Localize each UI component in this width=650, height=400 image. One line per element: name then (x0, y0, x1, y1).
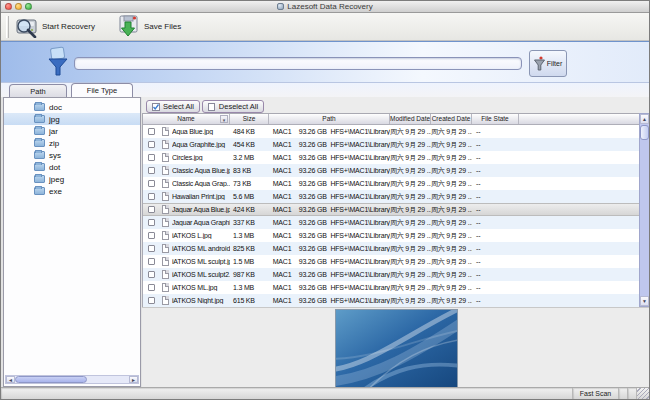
preview-image (335, 309, 458, 389)
filter-input[interactable] (74, 57, 522, 70)
file-icon (162, 179, 169, 188)
file-type-label: doc (49, 103, 62, 112)
file-modified-date: 周六 9月 29 ... (390, 218, 431, 228)
row-checkbox[interactable] (148, 232, 155, 239)
file-modified-date: 周六 9月 29 ... (390, 270, 431, 280)
file-name: Aqua Graphite.jpg (172, 141, 230, 148)
selection-actions: Select All Deselect All (146, 100, 264, 113)
file-type-item[interactable]: dot (4, 161, 140, 173)
row-checkbox[interactable] (148, 167, 155, 174)
minimize-button[interactable] (15, 3, 22, 10)
scan-mode-label: Fast Scan (573, 388, 619, 399)
row-checkbox[interactable] (148, 219, 155, 226)
row-checkbox[interactable] (148, 271, 155, 278)
row-checkbox[interactable] (148, 180, 155, 187)
resize-grip[interactable] (637, 388, 649, 399)
file-path: _MAC1__93.26 GB_HFS+\MAC1\Library\De... (269, 128, 390, 135)
table-row[interactable]: Classic Aqua Blue.jpg 83 KB _MAC1__93.26… (143, 164, 639, 177)
file-type-item[interactable]: jar (4, 125, 140, 137)
file-name: Classic Aqua Blue.jpg (172, 167, 230, 174)
deselect-all-button[interactable]: Deselect All (202, 100, 264, 113)
filter-button[interactable]: Filter (529, 50, 567, 77)
table-row[interactable]: Jaguar Aqua Graphi... 337 KB _MAC1__93.2… (143, 216, 639, 229)
row-checkbox[interactable] (148, 128, 155, 135)
tab-file-type[interactable]: File Type (71, 83, 133, 97)
scrollbar-thumb[interactable] (640, 125, 649, 140)
scroll-up-arrow-icon[interactable]: ▲ (640, 114, 649, 124)
file-state: -- (472, 167, 519, 174)
row-checkbox[interactable] (148, 193, 155, 200)
table-row[interactable]: iATKOS ML sculpt.jpg 1.5 MB _MAC1__93.26… (143, 255, 639, 268)
file-type-item[interactable]: jpg (4, 113, 140, 125)
row-checkbox[interactable] (148, 141, 155, 148)
tab-path[interactable]: Path (9, 84, 67, 97)
file-type-item[interactable]: jpeg (4, 173, 140, 185)
sidebar-horizontal-scrollbar[interactable]: ◄ ► (5, 375, 139, 384)
file-path: _MAC1__93.26 GB_HFS+\MAC1\Library\De... (269, 258, 390, 265)
scrollbar-thumb[interactable] (15, 376, 87, 383)
scrollbar-track[interactable] (640, 124, 649, 296)
column-header-name[interactable]: Name▾ (143, 114, 230, 124)
file-type-item[interactable]: zip (4, 137, 140, 149)
save-files-label: Save Files (144, 22, 181, 31)
row-checkbox[interactable] (148, 245, 155, 252)
column-header-created-date[interactable]: Created Date (431, 114, 472, 124)
app-icon (277, 3, 284, 10)
scroll-left-arrow-icon[interactable]: ◄ (6, 376, 15, 383)
file-path: _MAC1__93.26 GB_HFS+\MAC1\Library\De... (269, 245, 390, 252)
file-state: -- (472, 258, 519, 265)
file-modified-date: 周六 9月 29 ... (390, 140, 431, 150)
table-row[interactable]: iATKOS ML.jpg 1.3 MB _MAC1__93.26 GB_HFS… (143, 281, 639, 294)
row-checkbox[interactable] (148, 154, 155, 161)
table-row[interactable]: iATKOS Night.jpg 615 KB _MAC1__93.26 GB_… (143, 294, 639, 307)
scroll-down-arrow-icon[interactable]: ▼ (640, 296, 649, 306)
column-header-filler (519, 114, 639, 124)
sort-arrow-icon[interactable]: ▾ (220, 115, 228, 123)
file-type-item[interactable]: doc (4, 101, 140, 113)
column-header-file-state[interactable]: File State (472, 114, 519, 124)
file-name: iATKOS ML sculpt2... (172, 271, 230, 278)
start-recovery-button[interactable]: Start Recovery (13, 13, 101, 40)
status-bar: Fast Scan (1, 387, 649, 399)
row-checkbox[interactable] (148, 206, 155, 213)
table-row[interactable]: Aqua Blue.jpg 484 KB _MAC1__93.26 GB_HFS… (143, 125, 639, 138)
file-created-date: 周六 9月 29 ... (431, 257, 472, 267)
table-row[interactable]: iATKOS ML android... 825 KB _MAC1__93.26… (143, 242, 639, 255)
column-header-size[interactable]: Size (230, 114, 269, 124)
table-row[interactable]: iATKOS L.jpg 1.3 MB _MAC1__93.26 GB_HFS+… (143, 229, 639, 242)
file-type-label: jpg (49, 115, 60, 124)
table-vertical-scrollbar[interactable]: ▲ ▼ (639, 113, 650, 307)
file-type-item[interactable]: sys (4, 149, 140, 161)
table-row[interactable]: Jaguar Aqua Blue.jpg 424 KB _MAC1__93.26… (143, 203, 639, 216)
file-modified-date: 周六 9月 29 ... (390, 127, 431, 137)
file-created-date: 周六 9月 29 ... (431, 192, 472, 202)
column-header-path[interactable]: Path (269, 114, 390, 124)
save-files-button[interactable]: Save Files (115, 13, 187, 40)
row-checkbox[interactable] (148, 284, 155, 291)
file-size: 987 KB (230, 271, 269, 278)
close-button[interactable] (5, 3, 12, 10)
column-header-modified-date[interactable]: Modified Date (390, 114, 431, 124)
row-checkbox[interactable] (148, 258, 155, 265)
file-icon (162, 244, 169, 253)
file-created-date: 周六 9月 29 ... (431, 166, 472, 176)
disk-search-icon (15, 15, 38, 38)
file-type-item[interactable]: exe (4, 185, 140, 197)
table-row[interactable]: Aqua Graphite.jpg 454 KB _MAC1__93.26 GB… (143, 138, 639, 151)
scrollbar-track[interactable] (15, 376, 129, 383)
table-row[interactable]: Classic Aqua Grap... 73 KB _MAC1__93.26 … (143, 177, 639, 190)
zoom-button[interactable] (25, 3, 32, 10)
row-checkbox[interactable] (148, 297, 155, 304)
file-modified-date: 周六 9月 29 ... (390, 192, 431, 202)
window-controls (5, 3, 32, 10)
scroll-right-arrow-icon[interactable]: ► (129, 376, 138, 383)
folder-icon (34, 187, 45, 195)
select-all-button[interactable]: Select All (146, 100, 200, 113)
table-row[interactable]: Hawaiian Print.jpg 5.6 MB _MAC1__93.26 G… (143, 190, 639, 203)
table-row[interactable]: iATKOS ML sculpt2... 987 KB _MAC1__93.26… (143, 268, 639, 281)
table-row[interactable]: Circles.jpg 3.2 MB _MAC1__93.26 GB_HFS+\… (143, 151, 639, 164)
file-state: -- (472, 154, 519, 161)
file-type-label: exe (49, 187, 62, 196)
file-state: -- (472, 284, 519, 291)
select-all-label: Select All (163, 102, 194, 111)
